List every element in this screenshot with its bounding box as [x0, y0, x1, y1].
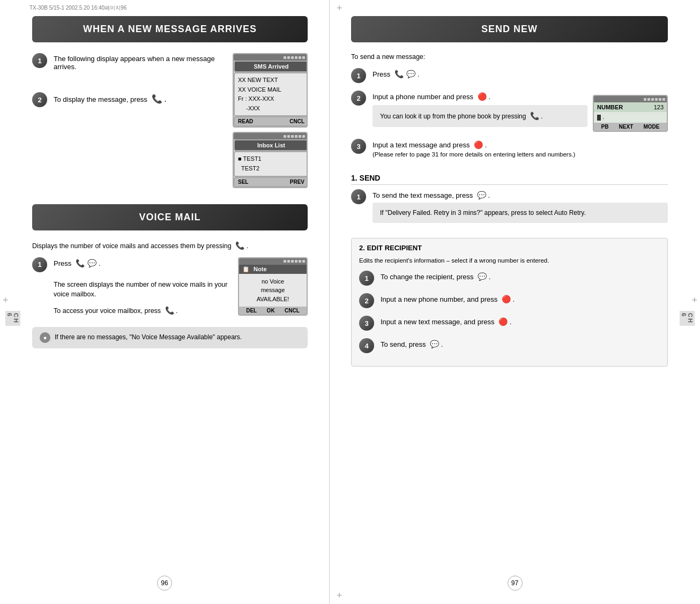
vm-step1-detail: The screen displays the number of new vo… — [54, 280, 233, 300]
note-status-bar — [239, 258, 307, 265]
sms-header: SMS Arrived — [234, 61, 308, 72]
edit-step-circle-1: 1 — [359, 271, 374, 286]
phone-send1: 💬 — [477, 191, 486, 199]
num-row1: NUMBER 123 — [594, 102, 667, 112]
num-status-bar — [594, 96, 667, 102]
phone-sn3: 🔴 — [474, 140, 483, 149]
phone-sn1b: 💬 — [406, 70, 415, 78]
edit-step-circle-3: 3 — [359, 316, 374, 331]
crosshair-left: + — [3, 295, 9, 306]
edit-step1-text: To change the recipient, press 💬 . — [381, 271, 660, 281]
step2-text: To display the message, press 📞 . — [54, 92, 227, 104]
edit-intro: Edits the recipient's information – sele… — [359, 256, 660, 265]
note-footer: DELOKCNCL — [239, 307, 307, 315]
edit-step-row-4: 4 To send, press 💬 . — [359, 338, 660, 353]
vm-step-circle-1: 1 — [32, 257, 47, 272]
vm-access-text: To access your voice mailbox, press 📞 . — [54, 305, 233, 316]
sn-step-row-1: 1 Press 📞 💬 . — [351, 68, 587, 83]
sms-screen: SMS Arrived XX NEW TEXT XX VOICE MAIL Fr… — [233, 53, 308, 128]
phone-icon-intro: 📞 — [235, 241, 244, 250]
note-header: 📋 Note — [239, 265, 307, 274]
section-voice-mail: VOICE MAIL Displays the number of voice … — [32, 204, 308, 349]
step-row-1: 1 The following display appears when a n… — [32, 53, 227, 71]
edit-step-row-3: 3 Input a new text message, and press 🔴 … — [359, 316, 660, 331]
voice-mail-intro: Displays the number of voice mails and a… — [32, 241, 308, 250]
sms-footer: READ CNCL — [234, 116, 308, 126]
phone-sn2: 🔴 — [478, 92, 487, 101]
note-body: no VoicemessageAVAILABLE! — [239, 274, 307, 307]
phone-edit4: 💬 — [430, 340, 439, 348]
page-number-96: 96 — [157, 576, 172, 591]
ch6-label-right: CH6 — [680, 311, 695, 326]
page-number-97: 97 — [508, 576, 523, 591]
number-screen: NUMBER 123 . PBNEXTMODE — [593, 95, 668, 132]
warning-box: ● If there are no messages, "No Voice Me… — [32, 327, 308, 348]
crosshair-bottom: + — [337, 590, 342, 601]
edit-step4-text: To send, press 💬 . — [381, 338, 660, 348]
phone-sn1a: 📞 — [394, 70, 404, 78]
sn-step-circle-1: 1 — [351, 68, 366, 83]
phone-edit1: 💬 — [478, 272, 487, 281]
sn-step-row-3: 3 Input a text message and press 🔴 . (Pl… — [351, 139, 587, 158]
sn-step3-text: Input a text message and press 🔴 . (Plea… — [373, 139, 587, 158]
crosshair-right: + — [691, 295, 697, 306]
send-step-circle-1: 1 — [351, 189, 366, 204]
edit-step2-text: Input a new phone number, and press 🔴 . — [381, 293, 660, 303]
edit-step-circle-4: 4 — [359, 338, 374, 353]
warning-icon: ● — [40, 332, 50, 343]
send-step1-text: To send the text message, press 💬 . If "… — [373, 189, 668, 227]
vm-step1-text: Press 📞 💬 . — [54, 257, 233, 267]
section-new-message: WHEN A NEW MESSAGE ARRIVES 1 The followi… — [32, 16, 308, 188]
step1-text: The following display appears when a new… — [54, 53, 227, 71]
inbox-header: Inbox List — [234, 139, 308, 151]
inbox-status-bar — [234, 133, 307, 139]
send-sub-header: 1. SEND — [351, 174, 668, 185]
right-page: SEND NEW To send a new message: 1 Press … — [330, 0, 700, 604]
delivery-failed-info: If "Delivery Failed. Retry in 3 mins?" a… — [373, 203, 668, 223]
note-screen: 📋 Note no VoicemessageAVAILABLE! DELOKCN… — [238, 257, 308, 316]
sn-step3-note: (Please refer to page 31 for more detail… — [373, 151, 587, 158]
send-section: 1. SEND 1 To send the text message, pres… — [351, 174, 668, 227]
phone-edit2: 🔴 — [502, 295, 511, 303]
edit-section-title: 2. EDIT RECIPIENT — [359, 244, 660, 252]
send-step-row-1: 1 To send the text message, press 💬 . If… — [351, 189, 668, 227]
phone-book-info: You can look it up from the phone book b… — [373, 105, 587, 127]
phone-icon-step2: 📞 — [152, 94, 162, 103]
inbox-footer: SEL PREV — [234, 177, 308, 187]
crosshair-top: + — [337, 3, 342, 14]
step-circle-2: 2 — [32, 92, 47, 107]
edit-step-row-1: 1 To change the recipient, press 💬 . — [359, 271, 660, 286]
edit-step-row-2: 2 Input a new phone number, and press 🔴 … — [359, 293, 660, 308]
step-row-2: 2 To display the message, press 📞 . — [32, 92, 227, 107]
phone-icon-vm1b: 💬 — [87, 259, 96, 267]
sn-step1-text: Press 📞 💬 . — [373, 68, 587, 78]
sn-step2-text: Input a phone number and press 🔴 . You c… — [373, 91, 587, 131]
ch6-label-left: CH6 — [5, 311, 20, 326]
edit-step-circle-2: 2 — [359, 293, 374, 308]
num-row2: . — [594, 112, 667, 123]
warning-text: If there are no messages, "No Voice Mess… — [55, 332, 242, 342]
sms-status-bar — [234, 54, 307, 61]
inbox-body: ■ TEST1 TEST2 — [234, 151, 308, 176]
edit-section: 2. EDIT RECIPIENT Edits the recipient's … — [351, 238, 668, 367]
send-new-header: SEND NEW — [351, 16, 668, 42]
inbox-screen: Inbox List ■ TEST1 TEST2 SEL PREV — [233, 132, 308, 188]
send-intro: To send a new message: — [351, 53, 668, 61]
vm-step-row-1: 1 Press 📞 💬 . — [32, 257, 233, 272]
sms-body: XX NEW TEXT XX VOICE MAIL Fr : XXX-XXX -… — [234, 72, 308, 116]
phone-icon-vm1a: 📞 — [76, 259, 85, 267]
phone-icon-book: 📞 — [530, 111, 539, 120]
sn-step-row-2: 2 Input a phone number and press 🔴 . You… — [351, 91, 587, 131]
step-circle-1: 1 — [32, 53, 47, 68]
sn-step-circle-2: 2 — [351, 91, 366, 106]
num-footer: PBNEXTMODE — [594, 123, 667, 131]
phone-icon-access: 📞 — [165, 306, 174, 315]
phone-edit3: 🔴 — [498, 317, 508, 326]
edit-step3-text: Input a new text message, and press 🔴 . — [381, 316, 660, 326]
sn-step-circle-3: 3 — [351, 139, 366, 154]
cursor-block — [597, 115, 601, 121]
voice-mail-header: VOICE MAIL — [32, 204, 308, 230]
left-page: WHEN A NEW MESSAGE ARRIVES 1 The followi… — [0, 0, 330, 604]
new-message-header: WHEN A NEW MESSAGE ARRIVES — [32, 16, 308, 42]
